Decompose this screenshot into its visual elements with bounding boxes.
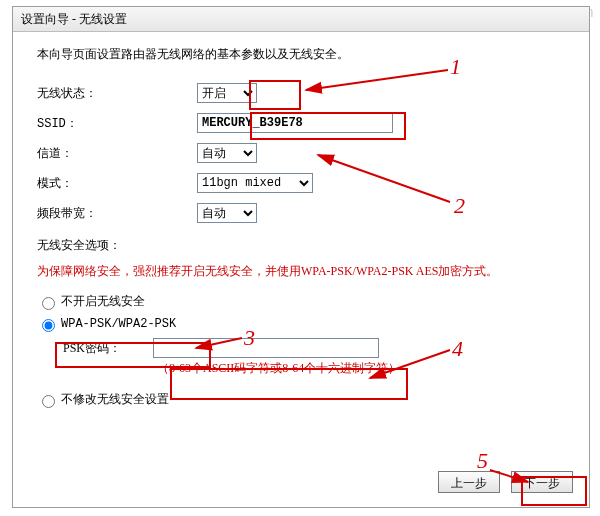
label-mode: 模式： [37, 175, 197, 192]
row-mode: 模式： 11bgn mixed [37, 173, 565, 193]
row-ssid: SSID： [37, 113, 565, 133]
select-channel[interactable]: 自动 [197, 143, 257, 163]
label-channel: 信道： [37, 145, 197, 162]
select-bandwidth[interactable]: 自动 [197, 203, 257, 223]
radio-disable-label: 不开启无线安全 [61, 293, 145, 310]
button-bar: 上一步 下一步 [430, 471, 573, 493]
select-mode[interactable]: 11bgn mixed [197, 173, 313, 193]
radio-wpa-psk[interactable] [42, 319, 55, 332]
security-recommend: 为保障网络安全，强烈推荐开启无线安全，并使用WPA-PSK/WPA2-PSK A… [37, 262, 565, 281]
label-bandwidth: 频段带宽： [37, 205, 197, 222]
radio-disable-security[interactable] [42, 297, 55, 310]
security-section-title: 无线安全选项： [37, 237, 565, 254]
input-ssid[interactable] [197, 113, 393, 133]
label-wireless-state: 无线状态： [37, 85, 197, 102]
radio-row-wpa: WPA-PSK/WPA2-PSK [37, 316, 565, 332]
input-psk[interactable] [153, 338, 379, 358]
label-psk: PSK密码： [63, 340, 153, 357]
title-bar: 设置向导 - 无线设置 [13, 7, 589, 32]
radio-keep-label: 不修改无线安全设置 [61, 391, 169, 408]
content-area: 本向导页面设置路由器无线网络的基本参数以及无线安全。 无线状态： 开启 SSID… [13, 32, 589, 408]
radio-wpa-label: WPA-PSK/WPA2-PSK [61, 317, 176, 331]
radio-keep-settings[interactable] [42, 395, 55, 408]
dialog-window: 设置向导 - 无线设置 本向导页面设置路由器无线网络的基本参数以及无线安全。 无… [12, 6, 590, 508]
row-wireless-state: 无线状态： 开启 [37, 83, 565, 103]
radio-row-disable: 不开启无线安全 [37, 293, 565, 310]
psk-hint: （8-63个ASCII码字符或8-64个十六进制字符） [157, 360, 565, 377]
radio-row-keep: 不修改无线安全设置 [37, 391, 565, 408]
intro-text: 本向导页面设置路由器无线网络的基本参数以及无线安全。 [37, 46, 565, 63]
row-psk: PSK密码： [63, 338, 565, 358]
row-bandwidth: 频段带宽： 自动 [37, 203, 565, 223]
prev-button[interactable]: 上一步 [438, 471, 500, 493]
select-wireless-state[interactable]: 开启 [197, 83, 257, 103]
row-channel: 信道： 自动 [37, 143, 565, 163]
next-button[interactable]: 下一步 [511, 471, 573, 493]
label-ssid: SSID： [37, 115, 197, 132]
